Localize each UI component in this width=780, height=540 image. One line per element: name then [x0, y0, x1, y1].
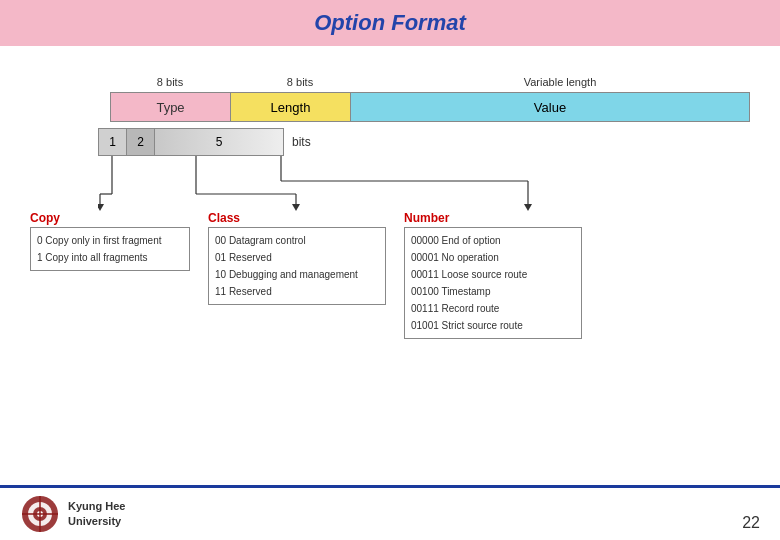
format-diagram: 8 bits 8 bits Variable length Type Lengt… — [30, 76, 750, 339]
university-line2: University — [68, 514, 125, 529]
title-bar: Option Format — [0, 0, 780, 46]
page-number: 22 — [742, 514, 760, 532]
university-logo — [20, 494, 60, 534]
svg-marker-7 — [292, 204, 300, 211]
number-line-1: 00001 No operation — [411, 249, 575, 266]
bit-cell-2: 2 — [127, 129, 155, 155]
class-section: Class 00 Datagram control 01 Reserved 10… — [208, 211, 386, 305]
tlv-value-cell: Value — [351, 93, 749, 121]
number-line-0: 00000 End of option — [411, 232, 575, 249]
number-line-2: 00011 Loose source route — [411, 266, 575, 283]
bits-breakdown: 1 2 5 — [98, 128, 284, 156]
bits-label: bits — [292, 135, 311, 149]
arrows-container — [98, 156, 750, 211]
bit-label-variable: Variable length — [370, 76, 750, 88]
number-line-3: 00100 Timestamp — [411, 283, 575, 300]
class-label: Class — [208, 211, 386, 225]
bit-label-8a: 8 bits — [110, 76, 230, 88]
copy-label: Copy — [30, 211, 190, 225]
copy-box: 0 Copy only in first fragment 1 Copy int… — [30, 227, 190, 271]
class-box: 00 Datagram control 01 Reserved 10 Debug… — [208, 227, 386, 305]
page-title: Option Format — [0, 10, 780, 36]
copy-section: Copy 0 Copy only in first fragment 1 Cop… — [30, 211, 190, 271]
copy-line-1: 1 Copy into all fragments — [37, 249, 183, 266]
class-line-3: 11 Reserved — [215, 283, 379, 300]
arrows-svg — [98, 156, 748, 211]
bit-cell-1: 1 — [99, 129, 127, 155]
class-line-1: 01 Reserved — [215, 249, 379, 266]
copy-line-0: 0 Copy only in first fragment — [37, 232, 183, 249]
bit-label-8b: 8 bits — [240, 76, 360, 88]
tlv-type-cell: Type — [111, 93, 231, 121]
bit-labels-row: 8 bits 8 bits Variable length — [30, 76, 750, 88]
number-line-5: 01001 Strict source route — [411, 317, 575, 334]
university-line1: Kyung Hee — [68, 499, 125, 514]
bit-cell-5: 5 — [155, 129, 283, 155]
number-section: Number 00000 End of option 00001 No oper… — [404, 211, 582, 339]
number-label: Number — [404, 211, 582, 225]
number-line-4: 00111 Record route — [411, 300, 575, 317]
number-box: 00000 End of option 00001 No operation 0… — [404, 227, 582, 339]
footer: Kyung Hee University 22 — [0, 485, 780, 540]
svg-marker-3 — [98, 204, 104, 211]
class-line-0: 00 Datagram control — [215, 232, 379, 249]
tlv-length-cell: Length — [231, 93, 351, 121]
svg-marker-11 — [524, 204, 532, 211]
class-line-2: 10 Debugging and management — [215, 266, 379, 283]
university-name: Kyung Hee University — [68, 499, 125, 530]
main-content: 8 bits 8 bits Variable length Type Lengt… — [0, 46, 780, 349]
detail-boxes-container: Copy 0 Copy only in first fragment 1 Cop… — [30, 211, 750, 339]
